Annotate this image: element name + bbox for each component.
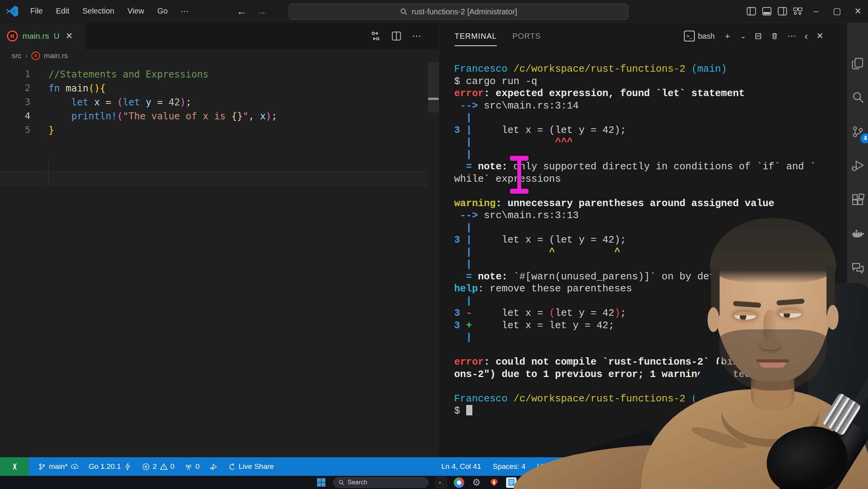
settings-gear-icon[interactable]: ⚙ — [471, 477, 482, 488]
overview-ruler-mark — [428, 98, 439, 100]
terminal-line: | ^^^ — [454, 136, 838, 149]
webcam-overlay — [597, 215, 868, 489]
customize-layout-icon[interactable] — [793, 6, 803, 16]
breadcrumb-file[interactable]: main.rs — [44, 52, 68, 60]
terminal-cursor — [466, 405, 472, 415]
error-icon — [142, 463, 150, 471]
person-mouth — [756, 359, 789, 362]
branch-status[interactable]: main* — [38, 462, 79, 471]
untracked-badge: U — [54, 32, 59, 41]
chevron-right-icon: › — [25, 52, 28, 60]
indentation-status[interactable]: Spaces: 4 — [493, 462, 525, 471]
search-icon — [400, 8, 408, 15]
person-eye — [780, 310, 801, 318]
toggle-primary-sidebar-icon[interactable] — [746, 6, 756, 16]
problems-status[interactable]: 2 0 — [142, 462, 174, 471]
terminal-dropdown-icon[interactable]: ⌄ — [740, 32, 746, 40]
minimize-button[interactable]: – — [808, 6, 824, 16]
terminal-line: warning: unnecessary parentheses around … — [454, 198, 838, 210]
brave-icon[interactable] — [489, 477, 499, 488]
menu-go[interactable]: Go — [152, 4, 173, 18]
sync-cloud-icon — [71, 463, 79, 471]
indent-guide — [48, 158, 49, 186]
code-line[interactable]: 5} — [0, 123, 439, 137]
forward-button[interactable]: → — [257, 5, 267, 17]
start-button-icon[interactable] — [316, 477, 326, 487]
tab-terminal[interactable]: TERMINAL — [455, 23, 497, 49]
explorer-icon[interactable] — [851, 57, 865, 71]
remote-icon — [9, 461, 19, 472]
warning-icon — [160, 463, 168, 471]
taskbar-search-input[interactable]: Search — [333, 477, 429, 488]
close-panel-icon[interactable]: ✕ — [816, 31, 823, 41]
terminal-line: error: expected expression, found `let` … — [454, 88, 838, 100]
broadcast-tower-icon — [184, 463, 193, 471]
close-tab-icon[interactable]: ✕ — [65, 31, 72, 41]
ports-status[interactable]: 0 — [184, 462, 200, 471]
title-bar: FileEditSelectionViewGo⋯ ← → rust-functi… — [0, 0, 868, 22]
close-window-button[interactable]: ✕ — [850, 6, 866, 16]
chrome-icon[interactable] — [454, 477, 464, 488]
code-text: let x = (let y = 42); — [48, 96, 191, 108]
panel-header: TERMINAL PORTS >_ bash ＋ ⌄ ⊟ ⋯ ‹ ✕ — [439, 23, 847, 49]
maximize-button[interactable]: ▢ — [829, 6, 845, 16]
search-icon[interactable] — [851, 91, 865, 105]
windows-terminal-icon[interactable]: >_ — [436, 477, 447, 488]
code-editor[interactable]: 1//Statements and Expressions2fn main(){… — [0, 62, 439, 457]
rust-file-icon: R — [7, 31, 18, 41]
person-ear — [708, 307, 719, 332]
person-hair — [710, 218, 836, 283]
split-terminal-icon[interactable]: ⊟ — [754, 31, 761, 41]
debug-console-status[interactable] — [210, 463, 218, 471]
person-eye — [734, 312, 756, 320]
code-line[interactable]: 2fn main(){ — [0, 81, 439, 95]
split-editor-icon[interactable] — [391, 31, 402, 41]
window-title: rust-functions-2 [Administrator] — [412, 7, 517, 16]
code-line[interactable]: 1//Statements and Expressions — [0, 67, 439, 81]
panel-collapse-icon[interactable]: ‹ — [804, 30, 808, 42]
command-center[interactable]: rust-functions-2 [Administrator] — [289, 3, 629, 20]
menu-view[interactable]: View — [122, 4, 150, 18]
breadcrumb[interactable]: src › R main.rs — [0, 50, 439, 62]
search-icon — [338, 479, 344, 486]
go-version-status[interactable]: Go 1.20.1 — [89, 462, 132, 471]
vscode-logo-icon — [5, 5, 19, 18]
run-debug-icon[interactable] — [851, 159, 865, 173]
shell-selector[interactable]: >_ bash — [684, 31, 715, 41]
line-number: 2 — [0, 83, 30, 93]
live-share-icon — [228, 463, 236, 471]
git-branch-icon — [38, 463, 46, 471]
tab-main-rs[interactable]: R main.rs U ✕ — [0, 22, 86, 50]
editor-scrollbar[interactable] — [428, 62, 439, 112]
tab-ports[interactable]: PORTS — [512, 23, 541, 49]
code-text: println!("The value of x is {}", x); — [48, 110, 277, 122]
editor-more-actions-icon[interactable]: ⋯ — [412, 31, 421, 41]
source-control-icon[interactable]: 4 — [851, 125, 865, 139]
menu-[interactable]: ⋯ — [176, 4, 194, 18]
extensions-icon[interactable] — [851, 193, 865, 207]
terminal-line: | — [454, 112, 838, 124]
cursor-position-status[interactable]: Ln 4, Col 41 — [441, 462, 481, 471]
terminal-line: Francesco /c/workspace/rust-functions-2 … — [454, 63, 838, 76]
code-line[interactable]: 4 println!("The value of x is {}", x); — [0, 109, 439, 123]
vscode-window: FileEditSelectionViewGo⋯ ← → rust-functi… — [0, 0, 868, 489]
toggle-secondary-sidebar-icon[interactable] — [777, 6, 787, 16]
toggle-panel-icon[interactable] — [762, 6, 772, 16]
panel-more-actions-icon[interactable]: ⋯ — [787, 31, 796, 41]
line-number: 1 — [0, 69, 30, 79]
terminal-icon: >_ — [684, 31, 695, 41]
code-line[interactable]: 3 let x = (let y = 42); — [0, 95, 439, 109]
breadcrumb-folder[interactable]: src — [12, 52, 21, 60]
person-ear — [827, 305, 839, 330]
back-button[interactable]: ← — [237, 5, 247, 17]
kill-terminal-icon[interactable] — [770, 32, 779, 40]
open-changes-icon[interactable] — [370, 31, 381, 41]
menu-file[interactable]: File — [25, 4, 48, 18]
live-share-status[interactable]: Live Share — [228, 462, 274, 471]
new-terminal-button[interactable]: ＋ — [723, 30, 732, 42]
rust-file-icon: R — [31, 52, 40, 60]
menu-edit[interactable]: Edit — [50, 4, 74, 18]
remote-indicator[interactable] — [0, 457, 29, 476]
editor-panel-divider[interactable] — [439, 22, 439, 457]
menu-selection[interactable]: Selection — [77, 4, 120, 18]
